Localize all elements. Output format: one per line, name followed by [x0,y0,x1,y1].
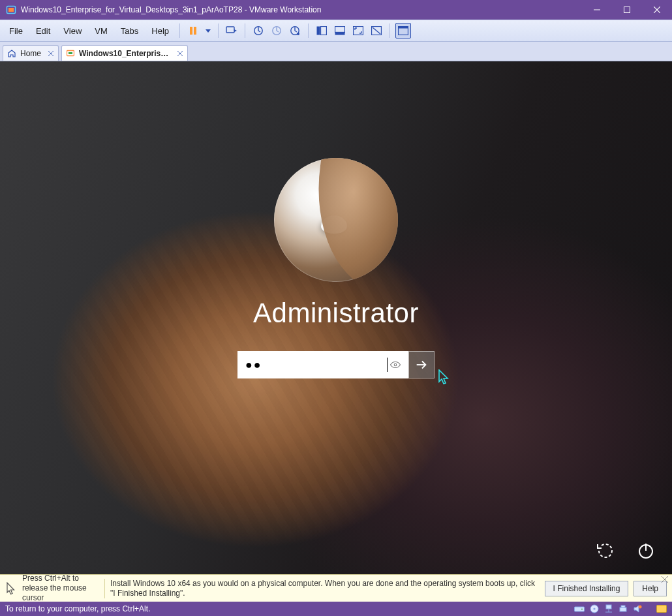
ease-of-access-button[interactable] [594,539,617,562]
svg-rect-14 [317,27,320,35]
password-row: ●● [237,351,435,378]
tab-close-icon[interactable] [176,49,185,58]
svg-rect-16 [335,27,345,33]
submit-button[interactable] [408,351,435,378]
svg-marker-8 [206,29,211,33]
svg-rect-9 [226,27,234,33]
separator [245,23,245,38]
send-ctrl-alt-del-button[interactable] [224,23,239,38]
titlebar[interactable]: Windows10_Enterprise_for_Virtual_Desktop… [0,0,672,20]
svg-point-29 [394,363,397,366]
device-tray [574,604,667,613]
snapshot-take-button[interactable] [251,23,266,38]
svg-rect-18 [354,27,363,35]
username-label: Administrator [253,298,419,329]
menubar: File Edit View VM Tabs Help [0,20,672,42]
window-title: Windows10_Enterprise_for_Virtual_Desktop… [21,5,582,14]
svg-rect-7 [194,27,196,35]
minimize-button[interactable] [582,0,612,20]
separator [179,23,180,38]
app-icon [6,5,16,15]
status-text: To return to your computer, press Ctrl+A… [5,604,150,613]
svg-rect-42 [620,608,626,611]
svg-rect-35 [575,607,585,611]
tabstrip: Home Windows10_Enterprise_fo... [0,42,672,61]
login-panel: Administrator ●● [0,61,672,574]
guest-screen[interactable]: Administrator ●● [0,61,672,574]
tab-home[interactable]: Home [3,45,59,61]
separator [308,23,309,38]
install-hint-text: Install Windows 10 x64 as you would on a… [110,579,545,598]
snapshot-manager-button[interactable] [287,23,303,38]
menu-view[interactable]: View [57,23,88,38]
app-window: Windows10_Enterprise_for_Virtual_Desktop… [0,0,672,616]
menu-help[interactable]: Help [145,23,176,38]
password-input[interactable]: ●● [237,351,408,378]
cursor-icon [0,582,22,595]
console-view-button[interactable] [395,23,411,38]
menu-vm[interactable]: VM [88,23,114,38]
menu-tabs[interactable]: Tabs [114,23,145,38]
power-button[interactable] [634,539,658,562]
password-masked-value: ●● [245,358,388,372]
svg-rect-6 [190,27,192,35]
menu-edit[interactable]: Edit [29,23,57,38]
svg-point-13 [297,33,299,35]
svg-point-36 [581,609,583,610]
svg-line-20 [373,27,380,34]
svg-point-38 [593,608,595,609]
statusbar: To return to your computer, press Ctrl+A… [0,602,672,616]
tab-label: Home [20,49,41,58]
network-icon[interactable] [604,604,613,613]
svg-rect-26 [69,52,72,54]
messages-icon[interactable] [656,605,667,613]
cd-icon[interactable] [590,604,599,613]
user-avatar [274,158,398,282]
svg-rect-43 [621,606,625,608]
svg-rect-1 [8,8,14,12]
tab-close-icon[interactable] [46,49,55,58]
snapshot-revert-button[interactable] [269,23,284,38]
svg-rect-39 [606,605,611,609]
thumbnail-bar-button[interactable] [332,23,348,38]
menu-file[interactable]: File [3,23,29,38]
hintbar: Press Ctrl+Alt to release the mouse curs… [0,574,672,602]
svg-rect-45 [657,606,667,613]
tab-label: Windows10_Enterprise_fo... [79,49,170,58]
svg-rect-3 [624,7,630,13]
fullscreen-button[interactable] [350,23,366,38]
separator [104,579,105,598]
separator [389,23,390,38]
pause-button[interactable] [185,23,201,38]
separator [218,23,219,38]
reveal-password-icon[interactable] [388,359,403,371]
sound-icon[interactable] [633,604,642,613]
tab-vm[interactable]: Windows10_Enterprise_fo... [61,45,188,61]
release-hint-text: Press Ctrl+Alt to release the mouse curs… [22,574,99,603]
close-icon[interactable] [662,576,669,584]
power-dropdown[interactable] [204,23,213,38]
svg-rect-22 [399,27,408,29]
svg-rect-17 [335,33,345,35]
unity-button[interactable] [369,23,384,38]
show-library-button[interactable] [314,23,329,38]
finished-installing-button[interactable]: I Finished Installing [545,581,629,596]
svg-rect-15 [321,27,327,35]
vm-icon [66,49,75,58]
power-options [594,539,658,562]
close-button[interactable] [642,0,672,20]
maximize-button[interactable] [612,0,642,20]
svg-point-44 [639,606,642,609]
window-controls [582,0,672,20]
printer-icon[interactable] [619,604,628,613]
harddisk-icon[interactable] [574,605,585,613]
home-icon [7,49,16,58]
